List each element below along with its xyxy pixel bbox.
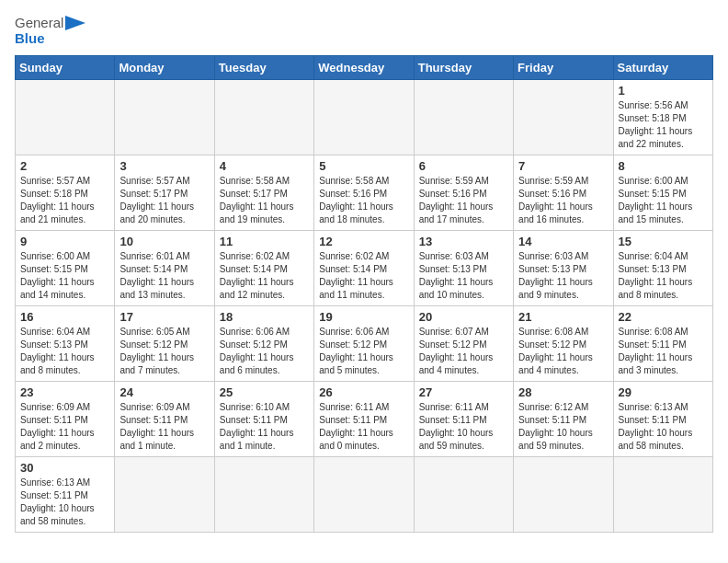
column-header-sunday: Sunday: [16, 56, 115, 80]
column-header-monday: Monday: [115, 56, 214, 80]
calendar-cell: 29Sunrise: 6:13 AM Sunset: 5:11 PM Dayli…: [613, 382, 712, 457]
day-info: Sunrise: 5:57 AM Sunset: 5:17 PM Dayligh…: [119, 175, 209, 226]
calendar-cell: [514, 80, 613, 155]
day-number: 17: [119, 310, 209, 324]
logo-text-container: General Blue: [15, 15, 85, 46]
week-row-4: 16Sunrise: 6:04 AM Sunset: 5:13 PM Dayli…: [16, 306, 713, 382]
day-info: Sunrise: 6:09 AM Sunset: 5:11 PM Dayligh…: [119, 401, 209, 453]
day-info: Sunrise: 6:07 AM Sunset: 5:12 PM Dayligh…: [419, 326, 508, 377]
day-number: 13: [419, 235, 508, 248]
calendar-cell: 12Sunrise: 6:02 AM Sunset: 5:14 PM Dayli…: [314, 231, 414, 306]
column-header-saturday: Saturday: [613, 56, 712, 80]
day-info: Sunrise: 5:59 AM Sunset: 5:16 PM Dayligh…: [518, 175, 608, 226]
calendar-header-row: SundayMondayTuesdayWednesdayThursdayFrid…: [16, 56, 713, 80]
day-number: 23: [20, 385, 109, 399]
day-info: Sunrise: 5:57 AM Sunset: 5:18 PM Dayligh…: [20, 175, 109, 226]
calendar-cell: 2Sunrise: 5:57 AM Sunset: 5:18 PM Daylig…: [16, 155, 115, 231]
calendar-cell: 26Sunrise: 6:11 AM Sunset: 5:11 PM Dayli…: [314, 382, 414, 457]
day-info: Sunrise: 6:04 AM Sunset: 5:13 PM Dayligh…: [619, 250, 708, 302]
day-number: 6: [419, 159, 508, 173]
day-number: 15: [619, 235, 708, 248]
calendar-cell: [314, 457, 414, 533]
day-info: Sunrise: 6:11 AM Sunset: 5:11 PM Dayligh…: [319, 401, 408, 453]
calendar-cell: 3Sunrise: 5:57 AM Sunset: 5:17 PM Daylig…: [115, 155, 214, 231]
calendar-cell: 6Sunrise: 5:59 AM Sunset: 5:16 PM Daylig…: [414, 155, 513, 231]
calendar-cell: 18Sunrise: 6:06 AM Sunset: 5:12 PM Dayli…: [214, 306, 313, 382]
day-number: 22: [619, 310, 708, 324]
calendar-cell: [214, 457, 313, 533]
calendar-cell: 7Sunrise: 5:59 AM Sunset: 5:16 PM Daylig…: [514, 155, 613, 231]
day-info: Sunrise: 5:58 AM Sunset: 5:16 PM Dayligh…: [319, 175, 408, 226]
logo-general: General: [15, 15, 63, 30]
day-number: 29: [619, 385, 708, 399]
day-info: Sunrise: 6:11 AM Sunset: 5:11 PM Dayligh…: [419, 401, 508, 453]
day-info: Sunrise: 6:13 AM Sunset: 5:11 PM Dayligh…: [619, 401, 708, 453]
day-number: 4: [220, 159, 309, 173]
calendar-cell: 8Sunrise: 6:00 AM Sunset: 5:15 PM Daylig…: [613, 155, 712, 231]
day-info: Sunrise: 6:03 AM Sunset: 5:13 PM Dayligh…: [518, 250, 608, 302]
logo-blue: Blue: [15, 30, 45, 46]
day-number: 26: [319, 385, 408, 399]
day-info: Sunrise: 5:58 AM Sunset: 5:17 PM Dayligh…: [220, 175, 309, 226]
day-number: 1: [619, 84, 708, 98]
calendar-cell: 19Sunrise: 6:06 AM Sunset: 5:12 PM Dayli…: [314, 306, 414, 382]
calendar-cell: 9Sunrise: 6:00 AM Sunset: 5:15 PM Daylig…: [16, 231, 115, 306]
day-number: 12: [319, 235, 408, 248]
calendar-cell: 15Sunrise: 6:04 AM Sunset: 5:13 PM Dayli…: [613, 231, 712, 306]
calendar-cell: [613, 457, 712, 533]
week-row-6: 30Sunrise: 6:13 AM Sunset: 5:11 PM Dayli…: [16, 457, 713, 533]
calendar-cell: [314, 80, 414, 155]
calendar-cell: [214, 80, 313, 155]
day-number: 8: [619, 159, 708, 173]
calendar-cell: [514, 457, 613, 533]
day-info: Sunrise: 6:08 AM Sunset: 5:11 PM Dayligh…: [619, 326, 708, 377]
calendar-cell: 10Sunrise: 6:01 AM Sunset: 5:14 PM Dayli…: [115, 231, 214, 306]
column-header-friday: Friday: [514, 56, 613, 80]
day-info: Sunrise: 6:00 AM Sunset: 5:15 PM Dayligh…: [20, 250, 109, 302]
week-row-5: 23Sunrise: 6:09 AM Sunset: 5:11 PM Dayli…: [16, 382, 713, 457]
day-number: 21: [518, 310, 608, 324]
day-info: Sunrise: 6:08 AM Sunset: 5:12 PM Dayligh…: [518, 326, 608, 377]
day-number: 28: [518, 385, 608, 399]
calendar-cell: 25Sunrise: 6:10 AM Sunset: 5:11 PM Dayli…: [214, 382, 313, 457]
calendar-cell: [414, 80, 513, 155]
calendar-cell: 11Sunrise: 6:02 AM Sunset: 5:14 PM Dayli…: [214, 231, 313, 306]
logo: General Blue: [15, 15, 85, 46]
day-info: Sunrise: 5:59 AM Sunset: 5:16 PM Dayligh…: [419, 175, 508, 226]
week-row-3: 9Sunrise: 6:00 AM Sunset: 5:15 PM Daylig…: [16, 231, 713, 306]
calendar-table: SundayMondayTuesdayWednesdayThursdayFrid…: [15, 55, 713, 533]
day-number: 9: [20, 235, 109, 248]
day-number: 2: [20, 159, 109, 173]
calendar-cell: [115, 457, 214, 533]
calendar-cell: 16Sunrise: 6:04 AM Sunset: 5:13 PM Dayli…: [16, 306, 115, 382]
day-info: Sunrise: 6:04 AM Sunset: 5:13 PM Dayligh…: [20, 326, 109, 377]
day-info: Sunrise: 6:10 AM Sunset: 5:11 PM Dayligh…: [220, 401, 309, 453]
calendar-cell: 22Sunrise: 6:08 AM Sunset: 5:11 PM Dayli…: [613, 306, 712, 382]
day-number: 18: [220, 310, 309, 324]
calendar-cell: [414, 457, 513, 533]
week-row-2: 2Sunrise: 5:57 AM Sunset: 5:18 PM Daylig…: [16, 155, 713, 231]
day-number: 5: [319, 159, 408, 173]
day-info: Sunrise: 6:06 AM Sunset: 5:12 PM Dayligh…: [319, 326, 408, 377]
calendar-cell: 14Sunrise: 6:03 AM Sunset: 5:13 PM Dayli…: [514, 231, 613, 306]
day-info: Sunrise: 6:12 AM Sunset: 5:11 PM Dayligh…: [518, 401, 608, 453]
day-info: Sunrise: 6:09 AM Sunset: 5:11 PM Dayligh…: [20, 401, 109, 453]
day-info: Sunrise: 6:00 AM Sunset: 5:15 PM Dayligh…: [619, 175, 708, 226]
day-info: Sunrise: 6:13 AM Sunset: 5:11 PM Dayligh…: [20, 477, 109, 528]
day-number: 20: [419, 310, 508, 324]
week-row-1: 1Sunrise: 5:56 AM Sunset: 5:18 PM Daylig…: [16, 80, 713, 155]
day-number: 16: [20, 310, 109, 324]
day-number: 27: [419, 385, 508, 399]
calendar-cell: 21Sunrise: 6:08 AM Sunset: 5:12 PM Dayli…: [514, 306, 613, 382]
svg-marker-0: [65, 16, 85, 30]
calendar-cell: 30Sunrise: 6:13 AM Sunset: 5:11 PM Dayli…: [16, 457, 115, 533]
day-info: Sunrise: 6:01 AM Sunset: 5:14 PM Dayligh…: [119, 250, 209, 302]
calendar-cell: 17Sunrise: 6:05 AM Sunset: 5:12 PM Dayli…: [115, 306, 214, 382]
calendar-cell: 13Sunrise: 6:03 AM Sunset: 5:13 PM Dayli…: [414, 231, 513, 306]
calendar-cell: 1Sunrise: 5:56 AM Sunset: 5:18 PM Daylig…: [613, 80, 712, 155]
calendar-cell: 5Sunrise: 5:58 AM Sunset: 5:16 PM Daylig…: [314, 155, 414, 231]
calendar-cell: [16, 80, 115, 155]
day-info: Sunrise: 6:02 AM Sunset: 5:14 PM Dayligh…: [220, 250, 309, 302]
calendar-cell: 24Sunrise: 6:09 AM Sunset: 5:11 PM Dayli…: [115, 382, 214, 457]
page-header: General Blue: [15, 15, 713, 46]
